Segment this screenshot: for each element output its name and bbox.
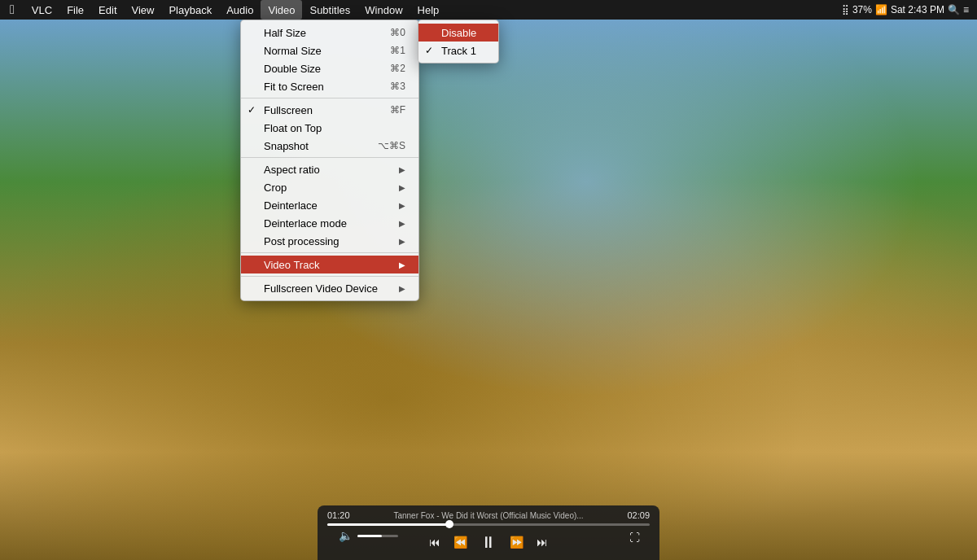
progress-fill: [327, 523, 449, 526]
prev-button[interactable]: ⏮: [427, 534, 442, 550]
menu-half-size[interactable]: Half Size ⌘0: [241, 24, 418, 42]
menubar-help[interactable]: Help: [410, 0, 447, 20]
video-content: [0, 20, 977, 560]
spotlight-icon[interactable]: 🔍: [948, 4, 960, 15]
menu-snapshot[interactable]: Snapshot ⌥⌘S: [241, 137, 418, 155]
track-info: 01:20 Tanner Fox - We Did it Worst (Offi…: [327, 510, 650, 520]
menu-deinterlace[interactable]: Deinterlace ▶: [241, 196, 418, 214]
menubar-vlc[interactable]: VLC: [24, 0, 59, 20]
progress-thumb[interactable]: [445, 520, 453, 528]
video-menu-dropdown: Half Size ⌘0 Normal Size ⌘1 Double Size …: [240, 20, 419, 301]
menubar-edit[interactable]: Edit: [91, 0, 124, 20]
menu-deinterlace-mode[interactable]: Deinterlace mode ▶: [241, 214, 418, 232]
menubar-file[interactable]: File: [59, 0, 91, 20]
wifi-icon: 📶: [875, 4, 887, 15]
battery-icon: ⣿: [842, 4, 849, 15]
menubar-view[interactable]: View: [125, 0, 162, 20]
next-button[interactable]: ⏭: [535, 534, 550, 550]
volume-button[interactable]: 🔈: [337, 527, 354, 544]
controls-buttons: ⏮ ⏪ ⏸ ⏩ ⏭: [427, 532, 550, 553]
track-title: Tanner Fox - We Did it Worst (Official M…: [393, 511, 583, 520]
menu-double-size[interactable]: Double Size ⌘2: [241, 59, 418, 77]
time-current: 01:20: [327, 510, 350, 520]
track-submenu: Disable ✓ Track 1: [418, 20, 499, 63]
menu-post-processing[interactable]: Post processing ▶: [241, 232, 418, 250]
fullscreen-button[interactable]: ⛶: [629, 532, 640, 544]
clock: Sat 2:43 PM: [891, 4, 944, 15]
menubar:  VLC File Edit View Playback Audio Vide…: [0, 0, 977, 20]
menubar-video[interactable]: Video: [261, 0, 302, 20]
menu-fullscreen[interactable]: ✓ Fullscreen ⌘F: [241, 101, 418, 119]
separator-3: [241, 252, 418, 253]
menubar-left:  VLC File Edit View Playback Audio Vide…: [0, 0, 446, 20]
menubar-playback[interactable]: Playback: [161, 0, 219, 20]
play-pause-button[interactable]: ⏸: [479, 532, 498, 553]
notification-icon[interactable]: ≡: [963, 4, 969, 15]
menu-aspect-ratio[interactable]: Aspect ratio ▶: [241, 160, 418, 178]
controls-bar: 01:20 Tanner Fox - We Did it Worst (Offi…: [318, 505, 659, 560]
rewind-button[interactable]: ⏪: [452, 534, 469, 550]
menu-fit-screen[interactable]: Fit to Screen ⌘3: [241, 77, 418, 95]
menubar-audio[interactable]: Audio: [219, 0, 261, 20]
time-total: 02:09: [627, 510, 650, 520]
separator-4: [241, 276, 418, 277]
menu-normal-size[interactable]: Normal Size ⌘1: [241, 42, 418, 59]
submenu-track1[interactable]: ✓ Track 1: [418, 42, 498, 59]
volume-fill: [357, 535, 382, 537]
progress-bar[interactable]: [327, 523, 650, 526]
forward-button[interactable]: ⏩: [508, 534, 525, 550]
menubar-subtitles[interactable]: Subtitles: [302, 0, 357, 20]
apple-menu-item[interactable]: : [0, 0, 24, 20]
menu-crop[interactable]: Crop ▶: [241, 178, 418, 196]
menu-video-track[interactable]: Video Track ▶: [241, 256, 418, 273]
separator-1: [241, 98, 418, 98]
separator-2: [241, 157, 418, 158]
video-background: [0, 20, 977, 560]
volume-area: 🔈: [337, 527, 398, 544]
menubar-window[interactable]: Window: [357, 0, 410, 20]
menu-float-top[interactable]: Float on Top: [241, 119, 418, 137]
menu-fullscreen-device[interactable]: Fullscreen Video Device ▶: [241, 279, 418, 297]
menubar-right: ⣿ 37% 📶 Sat 2:43 PM 🔍 ≡: [842, 4, 977, 15]
battery-percent: 37%: [852, 4, 872, 15]
submenu-disable[interactable]: Disable: [418, 24, 498, 42]
volume-slider[interactable]: [357, 535, 398, 537]
